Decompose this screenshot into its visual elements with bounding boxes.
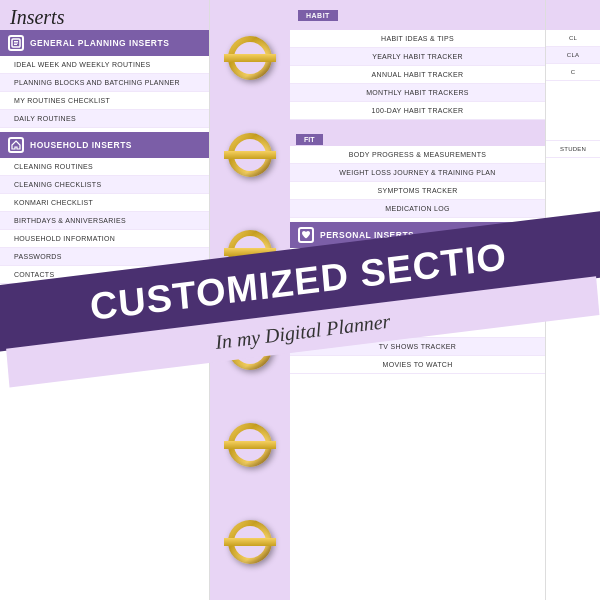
general-section-title: GENERAL PLANNING INSERTS bbox=[30, 38, 169, 48]
household-section-title: HOUSEHOLD INSERTS bbox=[30, 140, 132, 150]
far-right-item-4: STUDEN bbox=[546, 141, 600, 158]
ring-5 bbox=[228, 423, 272, 467]
inserts-title: Inserts bbox=[10, 6, 64, 28]
fitness-label: FIT bbox=[296, 134, 323, 145]
ring-2 bbox=[228, 133, 272, 177]
general-item-2: PLANNING BLOCKS AND BATCHING PLANNER bbox=[0, 74, 209, 92]
general-planning-section: GENERAL PLANNING INSERTS IDEAL WEEK AND … bbox=[0, 30, 209, 128]
general-item-3: MY ROUTINES CHECKLIST bbox=[0, 92, 209, 110]
far-right-item-2: CLA bbox=[546, 47, 600, 64]
household-item-4: BIRTHDAYS & ANNIVERSARIES bbox=[0, 212, 209, 230]
far-right-item-1: CL bbox=[546, 30, 600, 47]
household-icon bbox=[8, 137, 24, 153]
ring-6 bbox=[228, 520, 272, 564]
general-icon bbox=[8, 35, 24, 51]
household-header: HOUSEHOLD INSERTS bbox=[0, 132, 209, 158]
left-panel-top: Inserts bbox=[0, 0, 209, 30]
far-right-item-3: C bbox=[546, 64, 600, 81]
household-item-5: HOUSEHOLD INFORMATION bbox=[0, 230, 209, 248]
far-right-spacer bbox=[546, 81, 600, 141]
fitness-label-area: FIT bbox=[290, 128, 545, 146]
habit-top-label: HABIT bbox=[298, 10, 338, 21]
habit-item-2: YEARLY HABIT TRACKER bbox=[290, 48, 545, 66]
general-item-1: IDEAL WEEK AND WEEKLY ROUTINES bbox=[0, 56, 209, 74]
habit-item-4: MONTHLY HABIT TRACKERS bbox=[290, 84, 545, 102]
general-planning-header: GENERAL PLANNING INSERTS bbox=[0, 30, 209, 56]
personal-icon bbox=[298, 227, 314, 243]
fitness-item-3: SYMPTOMS TRACKER bbox=[290, 182, 545, 200]
habit-item-5: 100-DAY HABIT TRACKER bbox=[290, 102, 545, 120]
household-item-2: CLEANING CHECKLISTS bbox=[0, 176, 209, 194]
household-item-1: CLEANING ROUTINES bbox=[0, 158, 209, 176]
personal-item-7: MOVIES TO WATCH bbox=[290, 356, 545, 374]
far-right-top bbox=[546, 0, 600, 30]
fitness-item-2: WEIGHT LOSS JOURNEY & TRAINING PLAN bbox=[290, 164, 545, 182]
fitness-item-1: BODY PROGRESS & MEASUREMENTS bbox=[290, 146, 545, 164]
fitness-item-4: MEDICATION LOG bbox=[290, 200, 545, 218]
page-container: Inserts GENERAL PLANNING INSERTS IDEAL W… bbox=[0, 0, 600, 600]
habit-item-1: HABIT IDEAS & TIPS bbox=[290, 30, 545, 48]
section-gap-1 bbox=[290, 120, 545, 128]
habit-item-3: ANNUAL HABIT TRACKER bbox=[290, 66, 545, 84]
ring-1 bbox=[228, 36, 272, 80]
household-item-3: KONMARI CHECKLIST bbox=[0, 194, 209, 212]
general-item-4: DAILY ROUTINES bbox=[0, 110, 209, 128]
habit-section-top: HABIT bbox=[290, 0, 545, 30]
